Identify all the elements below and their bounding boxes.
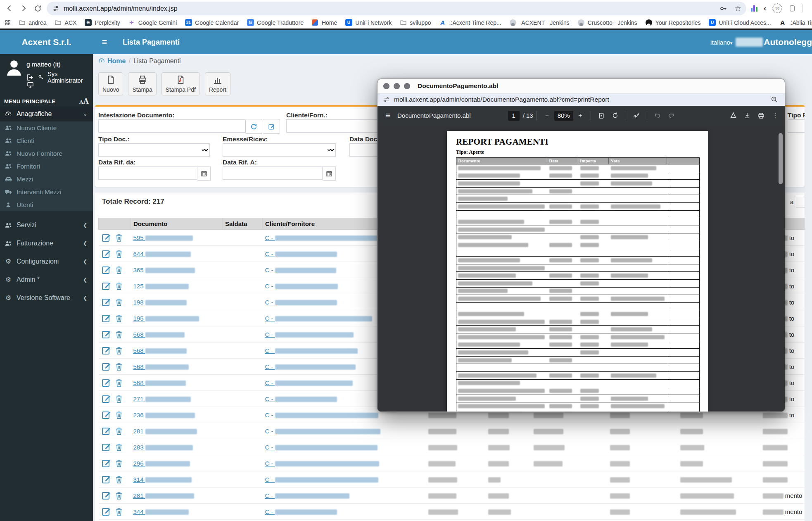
- edit-row-icon[interactable]: [101, 378, 111, 388]
- edit-row-icon[interactable]: [101, 458, 111, 468]
- client-link[interactable]: C -: [265, 363, 275, 370]
- apps-grid-icon[interactable]: [2, 17, 13, 29]
- delete-row-icon[interactable]: [115, 442, 123, 452]
- print-icon[interactable]: [754, 109, 768, 123]
- bookmark-your-repositories[interactable]: Your Repositories: [645, 19, 701, 26]
- popup-title-bar[interactable]: DocumentoPagamento.abl: [378, 79, 785, 93]
- edit-row-icon[interactable]: [101, 426, 111, 436]
- document-link[interactable]: 644: [133, 250, 145, 257]
- delete-row-icon[interactable]: [115, 346, 123, 355]
- delete-row-icon[interactable]: [115, 507, 123, 516]
- document-link[interactable]: 271: [133, 395, 145, 402]
- delete-row-icon[interactable]: [115, 426, 123, 436]
- edit-row-icon[interactable]: [101, 329, 111, 339]
- client-link[interactable]: C -: [265, 315, 275, 322]
- client-link[interactable]: C -: [265, 283, 275, 290]
- document-link[interactable]: 314: [133, 476, 145, 483]
- client-link[interactable]: C -: [265, 250, 275, 257]
- bookmark-google-gemini[interactable]: ✦ Google Gemini: [128, 19, 177, 26]
- edit-row-icon[interactable]: [101, 281, 111, 291]
- font-size-toggle[interactable]: AA: [79, 97, 89, 106]
- document-link[interactable]: 568: [133, 379, 145, 386]
- col-header[interactable]: Documento: [131, 218, 223, 230]
- edit-row-icon[interactable]: [101, 410, 111, 420]
- bookmark--ablia-time-repor-[interactable]: A .:Ablia Time Repor...: [779, 19, 812, 26]
- sidebar-item-clienti[interactable]: Clienti: [0, 134, 93, 147]
- brand-logo[interactable]: Acxent S.r.l.: [0, 30, 93, 54]
- nuovo-button[interactable]: Nuovo: [98, 72, 123, 95]
- stampa-button[interactable]: Stampa: [128, 72, 156, 95]
- pdf-scrollbar[interactable]: [779, 133, 783, 184]
- download-icon[interactable]: [740, 109, 754, 123]
- edit-row-icon[interactable]: [101, 507, 111, 516]
- gear50-extension-icon[interactable]: 50: [772, 3, 782, 13]
- sidebar-item-interventi-mezzi[interactable]: Interventi Mezzi: [0, 186, 93, 198]
- tipo-pag-select[interactable]: [788, 119, 805, 133]
- sidebar-item-anagrafiche[interactable]: Anagrafiche⌄: [0, 107, 93, 121]
- document-link[interactable]: 236: [133, 412, 145, 419]
- bookmark-google-traduttore[interactable]: G Google Traduttore: [247, 19, 304, 26]
- delete-row-icon[interactable]: [115, 265, 123, 275]
- document-link[interactable]: 125: [133, 283, 145, 290]
- document-link[interactable]: 281: [133, 492, 145, 499]
- edit-row-icon[interactable]: [101, 313, 111, 323]
- edit-row-icon[interactable]: [101, 345, 111, 355]
- popup-url-text[interactable]: molli.acxent.app/admin/contab/DocumentoP…: [394, 96, 609, 103]
- bookmark-cruscotto-jenkins[interactable]: Cruscotto - Jenkins: [577, 19, 637, 26]
- sidebar-item-fatturazione[interactable]: Fatturazione❮: [0, 234, 93, 252]
- bookmark-google-calendar[interactable]: 31 Google Calendar: [185, 19, 239, 26]
- delete-row-icon[interactable]: [115, 410, 123, 420]
- bookmark-acx[interactable]: ACX: [55, 19, 77, 26]
- rotate-icon[interactable]: [608, 109, 622, 123]
- client-link[interactable]: C -: [265, 299, 275, 306]
- analytics-extension-icon[interactable]: [751, 5, 757, 12]
- client-link[interactable]: C -: [265, 508, 275, 515]
- edit-row-icon[interactable]: [101, 297, 111, 307]
- document-link[interactable]: 296: [133, 460, 145, 467]
- edit-row-icon[interactable]: [101, 442, 111, 452]
- zoom-in-icon[interactable]: ＋: [573, 109, 587, 123]
- bookmark-sviluppo[interactable]: sviluppo: [399, 19, 431, 26]
- calendar-icon[interactable]: [323, 167, 336, 181]
- data-rif-da-input[interactable]: [98, 167, 197, 180]
- annotate-pen-icon[interactable]: [629, 109, 643, 123]
- edit-row-icon[interactable]: [101, 249, 111, 259]
- col-header[interactable]: Saldata: [223, 218, 263, 230]
- fit-page-icon[interactable]: [594, 109, 608, 123]
- edit-row-icon[interactable]: [101, 362, 111, 371]
- sidebar-item-utenti[interactable]: Utenti: [0, 198, 93, 211]
- sidebar-item-servizi[interactable]: Servizi❮: [0, 216, 93, 234]
- document-link[interactable]: 595: [133, 234, 145, 241]
- document-link[interactable]: 344: [133, 508, 145, 515]
- delete-row-icon[interactable]: [115, 362, 123, 371]
- edit-row-icon[interactable]: [101, 394, 111, 404]
- client-link[interactable]: C -: [265, 412, 275, 419]
- back-icon[interactable]: [2, 1, 17, 15]
- bookmark-perplexity[interactable]: ✳ Perplexity: [84, 19, 120, 26]
- bookmark--acxent-jenkins[interactable]: -ACXENT - Jenkins: [509, 19, 570, 26]
- sidebar-item-configurazioni[interactable]: ⚙Configurazioni❮: [0, 252, 93, 271]
- language-selector[interactable]: Italiano▾: [710, 39, 732, 46]
- bookmark-andrea[interactable]: andrea: [18, 19, 47, 26]
- delete-row-icon[interactable]: [115, 249, 123, 259]
- calendar-icon[interactable]: [197, 167, 211, 181]
- client-link[interactable]: C -: [265, 347, 275, 354]
- client-link[interactable]: C -: [265, 460, 275, 467]
- sidebar-item-admin-[interactable]: ⚙Admin *❮: [0, 271, 93, 289]
- delete-row-icon[interactable]: [115, 459, 123, 468]
- client-link[interactable]: C -: [265, 444, 275, 451]
- client-link[interactable]: C -: [265, 234, 275, 241]
- client-link[interactable]: C -: [265, 331, 275, 338]
- popup-url-bar[interactable]: molli.acxent.app/admin/contab/DocumentoP…: [378, 93, 785, 106]
- url-text[interactable]: molli.acxent.app/admin/menu/index.jsp: [64, 5, 178, 12]
- client-link[interactable]: C -: [265, 476, 275, 483]
- data-rif-a-input[interactable]: [223, 167, 323, 180]
- delete-row-icon[interactable]: [115, 281, 123, 291]
- delete-row-icon[interactable]: [115, 233, 123, 243]
- edit-row-icon[interactable]: [101, 233, 111, 243]
- reload-icon[interactable]: [31, 1, 45, 15]
- sidebar-toggle-icon[interactable]: ≡: [95, 30, 114, 54]
- client-link[interactable]: C -: [265, 379, 275, 386]
- breadcrumb-home-link[interactable]: Home: [98, 57, 126, 65]
- pdf-page-input[interactable]: 1: [508, 111, 520, 121]
